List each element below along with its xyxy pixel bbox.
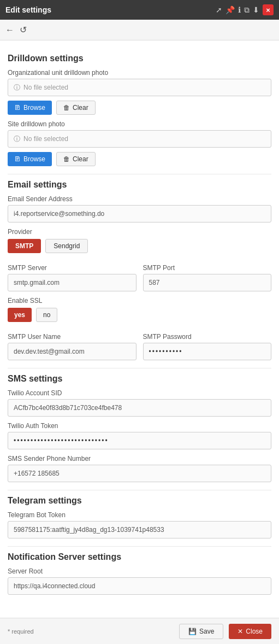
close-label: Close [246,628,263,635]
telegram-section: Telegram settings Telegram Bot Token [8,496,271,538]
twilio-token-label: Twilio Auth Token [8,422,271,430]
window-title: Edit settings [5,5,51,14]
smtp-port-input[interactable] [143,274,272,291]
notification-section-title: Notification Server settings [8,552,271,562]
org-unit-info-icon: ⓘ [14,83,20,92]
smtp-user-label: SMTP User Name [8,333,136,341]
org-unit-placeholder: No file selected [23,84,68,91]
drilldown-section: Drilldown settings Organizational unit d… [8,54,271,166]
info-icon[interactable]: ℹ [238,5,241,14]
toolbar: ← ↺ [0,20,279,40]
pin-icon[interactable]: 📌 [225,5,235,14]
divider-3 [8,490,271,490]
smtp-password-input[interactable] [143,343,272,360]
ssl-no-button[interactable]: no [36,308,57,322]
email-section-title: Email settings [8,180,271,190]
site-clear-label: Clear [73,155,88,163]
save-icon: 💾 [188,628,197,635]
twilio-sid-input[interactable] [8,399,271,417]
smtp-port-label: SMTP Port [143,264,272,272]
org-unit-label: Organizational unit drilldown photo [8,69,271,77]
site-info-icon: ⓘ [14,134,20,144]
sms-section: SMS settings Twilio Account SID Twilio A… [8,374,271,482]
email-section: Email settings Email Sender Address Prov… [8,180,271,360]
site-browse-label: Browse [23,155,45,163]
footer: * required 💾 Save ✕ Close [0,618,279,644]
phone-input[interactable] [8,465,271,482]
twilio-sid-label: Twilio Account SID [8,389,271,397]
download-icon[interactable]: ⬇ [253,5,259,14]
browse-icon-2: 🖹 [14,155,21,163]
provider-row: SMTP Sendgrid [8,239,271,253]
site-placeholder: No file selected [23,135,68,143]
edit-settings-window: Edit settings ➚ 📌 ℹ ⧉ ⬇ × ← ↺ Drilldown … [0,0,279,644]
smtp-port-col: SMTP Port [143,259,272,291]
org-unit-file-input: ⓘ No file selected [8,79,271,96]
smtp-server-col: SMTP Server [8,259,136,291]
org-unit-browse-button[interactable]: 🖹 Browse [8,101,52,115]
site-file-input: ⓘ No file selected [8,130,271,148]
content-area: Drilldown settings Organizational unit d… [0,40,279,644]
phone-label: SMS Sender Phone Number [8,455,271,462]
org-unit-clear-button[interactable]: 🗑 Clear [56,101,96,115]
org-unit-browse-label: Browse [23,104,45,112]
copy-icon[interactable]: ⧉ [244,5,250,15]
site-btn-row: 🖹 Browse 🗑 Clear [8,152,271,166]
notification-section: Notification Server settings Server Root [8,552,271,595]
refresh-button[interactable]: ↺ [20,25,27,35]
email-sender-label: Email Sender Address [8,195,271,203]
org-unit-clear-label: Clear [73,104,88,112]
clear-icon-1: 🗑 [63,104,70,112]
divider-1 [8,174,271,174]
telegram-section-title: Telegram settings [8,496,271,506]
required-text: * required [8,628,34,635]
server-root-input[interactable] [8,577,271,595]
org-unit-btn-row: 🖹 Browse 🗑 Clear [8,101,271,115]
server-root-label: Server Root [8,567,271,575]
title-bar-icons: ➚ 📌 ℹ ⧉ ⬇ × [216,4,274,15]
smtp-user-input[interactable] [8,343,136,360]
title-bar: Edit settings ➚ 📌 ℹ ⧉ ⬇ × [0,0,279,20]
drilldown-section-title: Drilldown settings [8,54,271,63]
site-label: Site drilldown photo [8,120,271,128]
clear-icon-2: 🗑 [63,155,70,163]
save-button[interactable]: 💾 Save [179,624,223,639]
provider-label: Provider [8,228,271,236]
enable-ssl-label: Enable SSL [8,297,271,305]
smtp-user-col: SMTP User Name [8,327,136,360]
smtp-server-label: SMTP Server [8,264,136,272]
smtp-password-col: SMTP Password [143,327,272,360]
sendgrid-button[interactable]: Sendgrid [45,239,88,253]
bot-token-input[interactable] [8,521,271,538]
close-icon[interactable]: × [263,4,274,15]
external-link-icon[interactable]: ➚ [216,5,222,14]
save-label: Save [199,628,214,635]
close-x-icon: ✕ [238,628,243,635]
footer-buttons: 💾 Save ✕ Close [179,624,271,639]
smtp-credentials-row: SMTP User Name SMTP Password [8,327,271,360]
smtp-button[interactable]: SMTP [8,239,41,253]
bot-token-label: Telegram Bot Token [8,511,271,519]
site-browse-button[interactable]: 🖹 Browse [8,152,52,166]
smtp-password-label: SMTP Password [143,333,272,341]
smtp-server-port-row: SMTP Server SMTP Port [8,259,271,291]
email-sender-input[interactable] [8,205,271,223]
back-button[interactable]: ← [5,25,14,35]
browse-icon-1: 🖹 [14,104,21,112]
sms-section-title: SMS settings [8,374,271,384]
close-button[interactable]: ✕ Close [229,624,271,639]
divider-4 [8,546,271,547]
divider-2 [8,368,271,368]
smtp-server-input[interactable] [8,274,136,291]
twilio-token-input[interactable] [8,432,271,449]
ssl-yes-button[interactable]: yes [8,308,32,322]
ssl-row: yes no [8,308,271,322]
site-clear-button[interactable]: 🗑 Clear [56,152,96,166]
